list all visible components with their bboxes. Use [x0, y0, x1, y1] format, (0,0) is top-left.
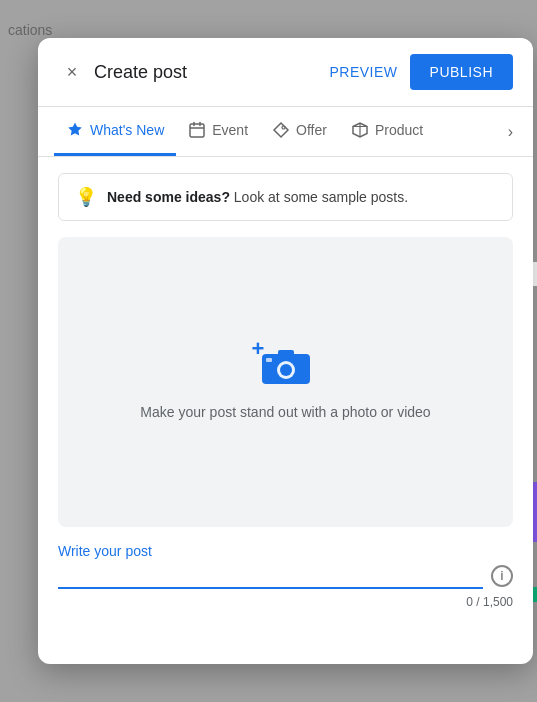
ideas-text: Need some ideas? Look at some sample pos…	[107, 189, 408, 205]
write-post-section: Write your post i 0 / 1,500	[58, 543, 513, 609]
camera-icon	[260, 344, 312, 386]
ideas-bold-text: Need some ideas?	[107, 189, 230, 205]
whats-new-icon	[66, 121, 84, 139]
preview-button[interactable]: PREVIEW	[330, 64, 398, 80]
create-post-modal: × Create post PREVIEW PUBLISH What's New	[38, 38, 533, 664]
svg-rect-10	[278, 350, 294, 356]
offer-icon	[272, 121, 290, 139]
svg-point-4	[282, 126, 285, 129]
tab-product[interactable]: Product	[339, 107, 435, 156]
bg-location-text: cations	[8, 22, 52, 38]
write-post-input[interactable]	[58, 563, 483, 589]
tabs-chevron[interactable]: ›	[504, 109, 517, 155]
photo-label: Make your post stand out with a photo or…	[140, 404, 430, 420]
write-post-input-row: i	[58, 563, 513, 589]
close-button[interactable]: ×	[58, 58, 86, 86]
modal-title: Create post	[94, 62, 330, 83]
tab-event-label: Event	[212, 122, 248, 138]
info-icon[interactable]: i	[491, 565, 513, 587]
product-icon	[351, 121, 369, 139]
char-count: 0 / 1,500	[58, 595, 513, 609]
lightbulb-icon: 💡	[75, 186, 97, 208]
tab-event[interactable]: Event	[176, 107, 260, 156]
svg-rect-0	[190, 124, 204, 137]
tab-offer-label: Offer	[296, 122, 327, 138]
ideas-banner[interactable]: 💡 Need some ideas? Look at some sample p…	[58, 173, 513, 221]
svg-rect-11	[266, 358, 272, 362]
tab-whats-new-label: What's New	[90, 122, 164, 138]
photo-upload-area[interactable]: + Make your post stand out with a photo …	[58, 237, 513, 527]
tab-product-label: Product	[375, 122, 423, 138]
modal-body: 💡 Need some ideas? Look at some sample p…	[38, 157, 533, 664]
camera-icon-wrap: +	[260, 344, 312, 390]
plus-badge: +	[252, 338, 265, 360]
modal-header: × Create post PREVIEW PUBLISH	[38, 38, 533, 107]
tab-offer[interactable]: Offer	[260, 107, 339, 156]
write-post-label[interactable]: Write your post	[58, 543, 513, 559]
tab-whats-new[interactable]: What's New	[54, 107, 176, 156]
svg-point-9	[280, 364, 292, 376]
ideas-rest-text: Look at some sample posts.	[234, 189, 408, 205]
tabs-bar: What's New Event Offer	[38, 107, 533, 157]
publish-button[interactable]: PUBLISH	[410, 54, 513, 90]
event-icon	[188, 121, 206, 139]
